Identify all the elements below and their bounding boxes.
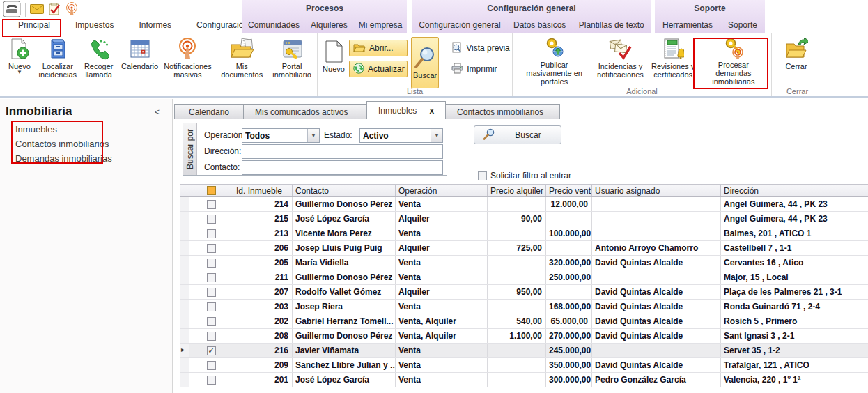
row-checkbox-cell[interactable] — [189, 285, 233, 299]
broadcast-icon[interactable] — [65, 2, 79, 19]
ribbon-tab-herramientas[interactable]: Herramientas — [657, 20, 718, 30]
calendario-button[interactable]: Calendario — [118, 36, 162, 86]
cerrar-button[interactable]: Cerrar — [775, 36, 818, 86]
header-precio-alquiler[interactable]: Precio alquiler — [488, 185, 546, 196]
header-precio-venta[interactable]: Precio venta — [546, 185, 592, 196]
row-checkbox-cell[interactable] — [189, 241, 233, 255]
row-checkbox-cell[interactable] — [189, 212, 233, 226]
row-checkbox-cell[interactable] — [189, 329, 233, 343]
table-row[interactable]: 201 José López García Venta 300.000,00 P… — [180, 373, 868, 387]
table-row[interactable]: 205 María Vidiella Venta 320.000,00 Davi… — [180, 256, 868, 270]
row-checkbox-cell[interactable] — [189, 270, 233, 284]
table-row[interactable]: 209 Sanchez Llibre Julian y ... Venta 35… — [180, 358, 868, 373]
header-id-inmueble[interactable]: Id. Inmueble — [233, 185, 293, 196]
row-checkbox-cell[interactable] — [189, 314, 233, 328]
close-tab-icon[interactable]: x — [429, 106, 434, 116]
row-checkbox-cell[interactable] — [189, 358, 233, 372]
checkbox-icon[interactable] — [478, 171, 487, 180]
portal-inmobiliario-button[interactable]: Portal inmobiliario — [270, 36, 314, 86]
recoger-llamada-button[interactable]: Recoger llamada — [79, 36, 118, 86]
row-checkbox[interactable] — [207, 215, 216, 224]
row-checkbox[interactable]: ✓ — [207, 346, 216, 355]
revisiones-certificados-button[interactable]: Revisiones y certificados — [648, 36, 699, 86]
row-checkbox[interactable] — [207, 259, 216, 268]
ribbon-tab-principal[interactable]: Principal — [6, 18, 63, 33]
procesar-demandas-button[interactable]: Procesar demandas inmobiliarias — [699, 36, 768, 86]
direccion-input[interactable] — [242, 144, 443, 159]
imprimir-button[interactable]: Imprimir — [448, 61, 515, 77]
cell-operacion: Venta — [396, 344, 488, 357]
table-row[interactable]: 214 Guillermo Donoso Pérez Venta 12.000,… — [180, 197, 868, 212]
localizar-incidencias-button[interactable]: Localizar incidencias — [36, 36, 79, 86]
chevron-down-icon[interactable]: ▼ — [307, 129, 319, 142]
ribbon-tab-impuestos[interactable]: Impuestos — [63, 18, 126, 33]
operacion-select[interactable]: Todos ▼ — [242, 128, 320, 143]
solicitar-filtro-checkbox-row[interactable]: Solicitar filtro al entrar — [478, 171, 571, 180]
row-checkbox[interactable] — [207, 229, 216, 238]
sidebar-item-inmuebles[interactable]: Inmuebles — [15, 124, 57, 134]
doc-tab-inmuebles[interactable]: Inmuebles x — [366, 101, 446, 119]
row-checkbox-cell[interactable]: ✓ — [189, 344, 233, 357]
row-checkbox-cell[interactable] — [189, 373, 233, 387]
estado-select[interactable]: Activo ▼ — [359, 128, 443, 143]
row-checkbox[interactable] — [207, 332, 216, 341]
row-checkbox[interactable] — [207, 376, 216, 385]
sidebar-collapse-button[interactable]: < — [155, 107, 160, 117]
table-row[interactable]: 211 Guillermo Donoso Pérez Venta 250.000… — [180, 270, 868, 285]
doc-tab-contactos-inmobiliarios[interactable]: Contactos inmobiliarios — [445, 104, 560, 119]
buscar-filter-button[interactable]: Buscar — [474, 125, 561, 144]
row-checkbox-cell[interactable] — [189, 197, 233, 211]
mail-icon[interactable] — [30, 4, 44, 17]
select-all-checkbox[interactable] — [207, 186, 216, 195]
ribbon-tab-mi-empresa[interactable]: Mi empresa — [353, 20, 408, 30]
header-checkbox-cell[interactable] — [189, 185, 233, 196]
row-checkbox-cell[interactable] — [189, 300, 233, 314]
header-direccion[interactable]: Dirección — [721, 185, 868, 196]
row-checkbox[interactable] — [207, 317, 216, 326]
row-checkbox[interactable] — [207, 244, 216, 253]
vista-previa-button[interactable]: Vista previa — [448, 40, 515, 56]
ribbon-tab-informes[interactable]: Informes — [126, 18, 184, 33]
nuevo-button[interactable]: Nuevo ▼ — [3, 36, 36, 86]
table-row[interactable]: 203 Josep Riera Venta 168.000,00 David Q… — [180, 300, 868, 314]
row-checkbox-cell[interactable] — [189, 226, 233, 240]
table-row[interactable]: 207 Rodolfo Vallet Gómez Alquiler 950,00… — [180, 285, 868, 300]
nuevo-lista-button[interactable]: Nuevo — [320, 38, 347, 88]
row-checkbox[interactable] — [207, 288, 216, 297]
sidebar-item-demandas-inmobiliarias[interactable]: Demandas inmobiliarias — [15, 153, 112, 164]
doc-tab-calendario[interactable]: Calendario — [174, 104, 244, 119]
table-row[interactable]: 208 Guillermo Donoso Pérez Venta, Alquil… — [180, 329, 868, 344]
ribbon-tab-plantillas-texto[interactable]: Plantillas de texto — [573, 20, 650, 30]
row-checkbox[interactable] — [207, 302, 216, 311]
publicar-masivamente-button[interactable]: Publicar masivamente en portales — [516, 36, 593, 86]
ribbon-tab-datos-basicos[interactable]: Datos básicos — [508, 20, 571, 30]
header-operacion[interactable]: Operación — [396, 185, 488, 196]
sidebar-item-contactos-inmobiliarios[interactable]: Contactos inmobiliarios — [15, 139, 109, 149]
ribbon-tab-soporte[interactable]: Soporte — [722, 20, 763, 30]
row-checkbox[interactable] — [207, 273, 216, 282]
table-row[interactable]: 213 Vicente Mora Perez Venta 100.000,00 … — [180, 226, 868, 241]
ribbon-tab-alquileres[interactable]: Alquileres — [305, 20, 353, 30]
row-checkbox[interactable] — [207, 200, 216, 209]
doc-tab-mis-comunicados[interactable]: Mis comunicados activos — [243, 104, 367, 119]
notificaciones-masivas-button[interactable]: Notificaciones masivas — [161, 36, 214, 86]
buscar-ribbon-button[interactable]: Buscar — [411, 37, 439, 88]
table-row[interactable]: 215 José López García Alquiler 90,00 Ang… — [180, 212, 868, 226]
contacto-input[interactable] — [242, 160, 443, 175]
table-row[interactable]: ▸ ✓ 216 Javier Viñamata Venta 245.000,00… — [180, 344, 868, 358]
app-phone-icon[interactable] — [3, 1, 21, 20]
abrir-button[interactable]: Abrir... — [349, 40, 408, 56]
ribbon-tab-configuracion-general[interactable]: Configuración general — [413, 20, 506, 30]
row-checkbox[interactable] — [207, 361, 216, 370]
table-row[interactable]: 202 Gabriel Herranz Tomell... Venta, Alq… — [180, 314, 868, 329]
actualizar-button[interactable]: Actualizar — [349, 61, 408, 77]
mis-documentos-button[interactable]: Mis documentos — [214, 36, 270, 86]
ribbon-tab-comunidades[interactable]: Comunidades — [242, 20, 305, 30]
header-usuario-asignado[interactable]: Usuario asignado — [592, 185, 721, 196]
tasks-check-icon[interactable] — [48, 3, 61, 18]
table-row[interactable]: 206 Josep Lluis Puig Puig Alquiler 725,0… — [180, 241, 868, 256]
row-checkbox-cell[interactable] — [189, 256, 233, 270]
chevron-down-icon[interactable]: ▼ — [431, 129, 442, 142]
header-contacto[interactable]: Contacto — [293, 185, 396, 196]
incidencias-notificaciones-button[interactable]: Incidencias y notificaciones — [593, 36, 647, 86]
